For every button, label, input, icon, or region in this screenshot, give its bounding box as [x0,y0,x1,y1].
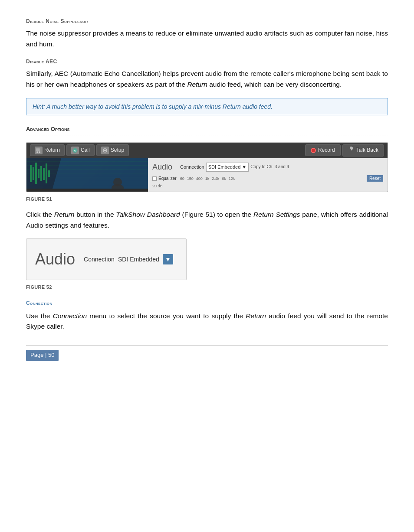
conn-part2: menu to select the source you want to su… [87,312,246,320]
baf51-part1: Click the [26,211,54,218]
svg-rect-11 [38,169,39,178]
talkback-label: Talk Back [356,146,378,154]
freq-6k: 6k [222,176,226,182]
video-preview [26,158,148,189]
record-dot-icon [311,148,316,153]
audio-label: Audio [152,161,172,173]
conn-italic1: Connection [53,312,87,320]
connection-heading: Connection [26,299,388,307]
baf51-italic2: TalkShow Dashboard [116,211,180,218]
figure52-box: Audio Connection SDI Embedded ▼ [26,238,187,280]
freq-1k: 1k [205,176,210,182]
connection-text: Connection [180,163,204,171]
figure52-connection: Connection SDI Embedded ▼ [84,254,173,264]
baf51-italic3: Return Settings [253,211,300,218]
svg-point-19 [112,184,124,189]
svg-rect-13 [43,168,45,180]
aec-text-part2: audio feed, which can be very disconcert… [207,81,342,88]
figure51-caption: FIGURE 51 [26,196,388,203]
reset-button[interactable]: Reset [367,175,383,182]
equalizer-checkbox[interactable] [152,176,157,181]
dropdown-arrow-icon: ▼ [242,163,246,171]
baf51-part2: button in the [74,211,116,218]
figure51-toolbar: Return S Call Setup Record [26,143,388,158]
page-badge: Page | 50 [26,350,59,361]
freq-60: 60 [180,176,184,182]
talkback-icon [348,146,354,155]
freq-400: 400 [196,176,203,182]
freq-2.4k: 2.4k [212,176,219,182]
return-button[interactable]: Return [30,144,65,156]
disable-aec-heading: Disable AEC [26,58,388,66]
setup-button[interactable]: Setup [96,144,129,156]
svg-point-18 [113,178,122,186]
call-icon: S [71,147,79,154]
setup-label: Setup [111,146,124,154]
hint-text: Hint: A much better way to avoid this pr… [33,103,273,110]
figure52-audio-label: Audio [35,247,75,272]
connection-body: Use the Connection menu to select the so… [26,311,388,333]
svg-rect-12 [40,166,42,181]
svg-rect-14 [46,163,47,183]
svg-text:S: S [74,149,76,153]
baf51-part3: (Figure 51) to open the [180,211,253,218]
sdi-value: SDI Embedded [208,163,241,171]
disable-noise-heading: Disable Noise Suppressor [26,17,388,26]
connection-row: Connection SDI Embedded ▼ Copy to Ch. 3 … [180,163,289,172]
audio-panel-header: Audio Connection SDI Embedded ▼ Copy to … [152,161,383,173]
call-label: Call [81,146,90,154]
eq-row: Equalizer 60 150 400 1k 2.4k 6k 12k Rese… [152,175,383,182]
copy-label: Copy to Ch. 3 and 4 [250,163,289,170]
advanced-options-heading: Advanced Options [26,125,388,136]
svg-marker-17 [53,158,148,189]
aec-italic: Return [187,81,207,88]
figure52-connection-label: Connection [84,255,115,264]
svg-rect-7 [26,158,148,189]
figure52-caption: FIGURE 52 [26,284,388,291]
conn-part1: Use the [26,312,53,320]
figure51-box: Return S Call Setup Record [26,142,388,192]
equalizer-label: Equalizer [158,175,177,182]
record-label: Record [318,146,335,154]
svg-rect-15 [48,170,50,177]
svg-point-6 [104,150,106,151]
figure52-dropdown-arrow-icon[interactable]: ▼ [163,254,173,264]
freq-12k: 12k [229,176,235,182]
figure52-sdi-label: SDI Embedded [118,255,159,264]
figure51-content: Audio Connection SDI Embedded ▼ Copy to … [26,158,388,192]
return-label: Return [44,146,60,154]
hint-box: Hint: A much better way to avoid this pr… [26,98,388,115]
db-label: 20 dB [152,183,383,189]
svg-rect-10 [35,163,37,184]
svg-point-2 [39,151,40,153]
page-footer: Page | 50 [26,350,388,361]
conn-italic2: Return [246,312,266,320]
freq-150: 150 [187,176,194,182]
disable-noise-body: The noise suppressor provides a means to… [26,28,388,50]
figure51-audio-panel: Audio Connection SDI Embedded ▼ Copy to … [148,158,388,192]
body-after-fig51: Click the Return button in the TalkShow … [26,209,388,231]
freq-labels: 60 150 400 1k 2.4k 6k 12k [180,176,235,182]
baf51-italic1: Return [54,211,75,218]
setup-icon [101,147,109,154]
svg-rect-8 [30,165,32,182]
svg-rect-0 [36,148,40,151]
video-diagonal [26,158,148,189]
disable-aec-body: Similarly, AEC (Automatic Echo Cancellat… [26,69,388,90]
connection-select[interactable]: SDI Embedded ▼ [206,163,249,172]
return-icon [35,147,43,154]
svg-point-1 [36,151,38,153]
svg-marker-16 [53,158,148,189]
record-button[interactable]: Record [305,144,341,156]
talkback-button[interactable]: Talk Back [342,144,384,157]
call-button[interactable]: S Call [66,144,95,156]
footer-separator [26,345,388,346]
svg-rect-9 [33,167,34,180]
